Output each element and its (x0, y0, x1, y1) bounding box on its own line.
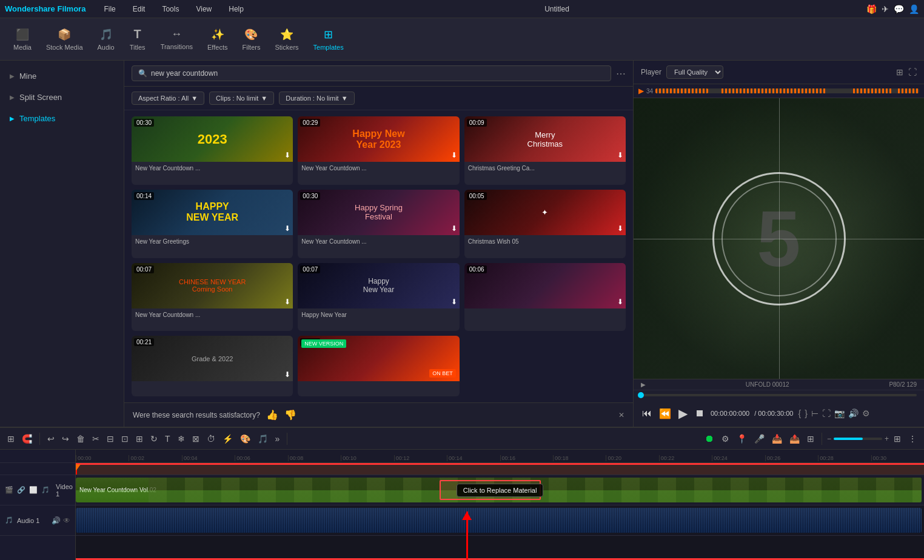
redo-btn[interactable]: ↪ (59, 433, 72, 445)
duration-filter[interactable]: Duration : No limit ▼ (279, 92, 354, 105)
export-btn[interactable]: 📤 (787, 433, 802, 445)
download-icon-5[interactable]: ⬇ (451, 224, 457, 233)
menu-edit[interactable]: Edit (129, 4, 149, 15)
template-card-7[interactable]: CHINESE NEW YEARComing Soon 00:07 ⬇ New … (132, 263, 293, 332)
color-btn[interactable]: 🎨 (238, 433, 253, 445)
extract-icon[interactable]: ⊢ (811, 408, 819, 418)
toolbar-media[interactable]: ⬛ Media (7, 24, 38, 55)
user-icon[interactable]: 👤 (909, 4, 919, 14)
menu-view[interactable]: View (192, 4, 215, 15)
aspect-ratio-filter[interactable]: Aspect Ratio : All ▼ (132, 92, 204, 105)
template-card-6[interactable]: ✦ 00:05 ⬇ Christmas Wish 05 (464, 190, 626, 258)
mark-in-icon[interactable]: { (798, 408, 801, 418)
transform-btn[interactable]: ⊠ (190, 433, 202, 445)
satisfaction-close-icon[interactable]: ✕ (618, 411, 624, 419)
split-view-btn[interactable]: ⊞ (805, 433, 817, 445)
menu-help[interactable]: Help (225, 4, 247, 15)
menu-file[interactable]: File (100, 4, 119, 15)
cut-btn[interactable]: ✂ (90, 433, 102, 445)
template-card-2[interactable]: Happy NewYear 2023 00:29 ⬇ New Year Coun… (298, 116, 459, 185)
quality-select[interactable]: Full Quality (666, 65, 723, 79)
freeze-btn[interactable]: ❄ (175, 433, 187, 445)
toolbar-templates[interactable]: ⊞ Templates (307, 24, 350, 55)
download-icon-10[interactable]: ⬇ (284, 370, 290, 379)
template-card-9[interactable]: 00:06 ⬇ (464, 263, 626, 332)
audio-mute-icon[interactable]: 🔊 (52, 516, 61, 525)
rotate-btn[interactable]: ↻ (148, 433, 160, 445)
mic-btn[interactable]: 🎤 (752, 433, 767, 445)
volume-icon[interactable]: 🔊 (848, 408, 859, 418)
download-icon-6[interactable]: ⬇ (617, 224, 623, 233)
delete-btn[interactable]: 🗑 (74, 433, 87, 445)
audio-track-row[interactable] (76, 505, 924, 536)
preview-progress-bar[interactable] (641, 394, 917, 396)
speed-btn[interactable]: ⏱ (204, 433, 218, 445)
template-card-4[interactable]: HAPPYNEW YEAR 00:14 ⬇ New Year Greetings (132, 190, 293, 258)
download-icon-2[interactable]: ⬇ (451, 151, 457, 159)
snap-btn[interactable]: ⚙ (719, 433, 732, 445)
toolbar-filters[interactable]: 🎨 Filters (236, 24, 266, 55)
template-card-11[interactable]: NEW VERSION ON BET 00:12 (298, 336, 459, 396)
zoom-in-icon[interactable]: + (885, 435, 889, 443)
toolbar-stock[interactable]: 📦 Stock Media (40, 24, 89, 55)
toolbar-audio[interactable]: 🎵 Audio (92, 24, 121, 55)
toolbar-effects[interactable]: ✨ Effects (201, 24, 233, 55)
template-card-10[interactable]: Grade & 2022 00:21 ⬇ (132, 336, 293, 396)
magnet-btn[interactable]: 🧲 (19, 433, 35, 445)
grid-view-icon[interactable]: ⊞ (896, 67, 903, 77)
thumbs-down-icon[interactable]: 👎 (284, 409, 296, 421)
template-card-3[interactable]: MerryChristmas 00:09 ⬇ Christmas Greetin… (464, 116, 626, 185)
thumbs-up-icon[interactable]: 👍 (266, 409, 278, 421)
menu-tools[interactable]: Tools (158, 4, 182, 15)
toolbar-stickers[interactable]: ⭐ Stickers (269, 24, 304, 55)
skip-back-button[interactable]: ⏮ (641, 407, 653, 420)
toolbar-transitions[interactable]: ↔ Transitions (155, 24, 199, 54)
download-icon-1[interactable]: ⬇ (284, 151, 290, 159)
audio-fade-btn[interactable]: 🎵 (255, 433, 270, 445)
snapshot-icon[interactable]: 📷 (834, 408, 845, 418)
template-card-1[interactable]: 2023 00:30 ⬇ New Year Countdown ... (132, 116, 293, 185)
grid-btn[interactable]: ⊞ (891, 433, 903, 445)
zoom-slider[interactable] (834, 438, 882, 440)
more-btn[interactable]: » (273, 433, 283, 445)
replace-tooltip[interactable]: Click to Replace Material (457, 484, 544, 497)
download-icon-4[interactable]: ⬇ (284, 224, 290, 233)
mark-out-icon[interactable]: } (805, 408, 808, 418)
download-icon-7[interactable]: ⬇ (284, 298, 290, 306)
trim-btn[interactable]: ⊡ (119, 433, 131, 445)
video-track-row[interactable]: New Year Countdown Vol.02 Click to Repla… (76, 475, 924, 505)
crop-btn[interactable]: ⊞ (133, 433, 146, 445)
progress-dot[interactable] (638, 392, 644, 398)
play-button[interactable]: ▶ (677, 405, 689, 422)
overflow-btn[interactable]: ⋮ (906, 433, 919, 445)
message-icon[interactable]: 💬 (894, 4, 904, 14)
sidebar-item-mine[interactable]: ▶ Mine (0, 65, 124, 87)
more-options-icon[interactable]: ⋯ (616, 68, 626, 79)
settings-icon[interactable]: ⚙ (862, 408, 870, 418)
template-card-5[interactable]: Happy SpringFestival 00:30 ⬇ New Year Co… (298, 190, 459, 258)
sidebar-item-templates[interactable]: ▶ Templates (0, 108, 124, 129)
sidebar-item-split-screen[interactable]: ▶ Split Screen (0, 87, 124, 108)
download-icon-9[interactable]: ⬇ (617, 298, 623, 306)
toolbar-titles[interactable]: T Titles (123, 24, 152, 55)
text-btn[interactable]: T (162, 433, 173, 445)
clips-filter[interactable]: Clips : No limit ▼ (209, 92, 274, 105)
import-btn[interactable]: 📥 (769, 433, 785, 445)
marker-btn[interactable]: 📍 (734, 433, 749, 445)
preview-progress-area[interactable] (634, 390, 924, 400)
undo-btn[interactable]: ↩ (45, 433, 57, 445)
zoom-out-icon[interactable]: − (827, 435, 831, 443)
template-card-8[interactable]: HappyNew Year 00:07 ⬇ Happy New Year (298, 263, 459, 332)
split-btn[interactable]: ⊟ (104, 433, 116, 445)
video-clip-1[interactable]: New Year Countdown Vol.02 Click to Repla… (76, 478, 922, 502)
download-icon-3[interactable]: ⬇ (617, 151, 623, 159)
stop-button[interactable]: ⏹ (694, 407, 706, 420)
fullscreen-icon[interactable]: ⛶ (822, 408, 831, 418)
preview-ruler-bar[interactable] (655, 88, 919, 93)
ai-btn[interactable]: ⚡ (220, 433, 235, 445)
record-btn[interactable]: ⏺ (702, 432, 717, 445)
audio-visibility-icon[interactable]: 👁 (63, 516, 70, 525)
search-box[interactable]: 🔍 (132, 65, 611, 81)
frame-back-button[interactable]: ⏪ (658, 407, 672, 421)
audio-clip-1[interactable] (76, 508, 922, 533)
